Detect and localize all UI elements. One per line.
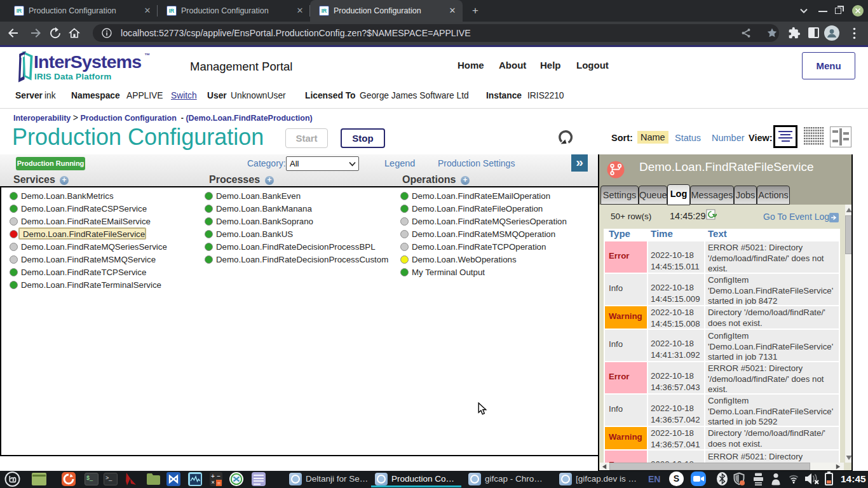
svg-text:InterSystems: InterSystems	[34, 51, 141, 72]
svg-text:IRIS Data Platform: IRIS Data Platform	[34, 72, 111, 81]
svg-text:™: ™	[144, 52, 150, 58]
